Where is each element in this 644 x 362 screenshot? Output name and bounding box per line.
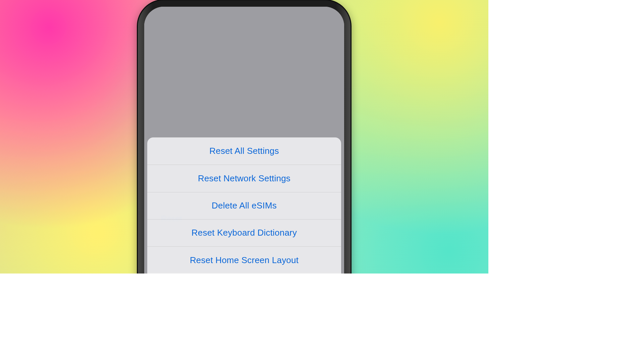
option-label: Reset Network Settings [198, 173, 290, 184]
action-sheet: Reset All Settings Reset Network Setting… [147, 137, 341, 274]
option-delete-all-esims[interactable]: Delete All eSIMs [147, 192, 341, 219]
phone-screen: Reset Reset All Settings Reset Network S… [144, 7, 344, 274]
iphone-device-frame: Reset Reset All Settings Reset Network S… [137, 0, 352, 274]
option-label: Reset Home Screen Layout [190, 255, 299, 265]
option-reset-home-screen-layout[interactable]: Reset Home Screen Layout [147, 246, 341, 274]
action-sheet-option-group: Reset All Settings Reset Network Setting… [147, 137, 341, 274]
option-reset-network-settings[interactable]: Reset Network Settings [147, 165, 341, 192]
option-label: Reset All Settings [209, 146, 279, 156]
option-reset-keyboard-dictionary[interactable]: Reset Keyboard Dictionary [147, 219, 341, 246]
option-label: Reset Keyboard Dictionary [192, 228, 297, 238]
option-label: Delete All eSIMs [212, 200, 277, 211]
option-reset-all-settings[interactable]: Reset All Settings [147, 137, 341, 165]
